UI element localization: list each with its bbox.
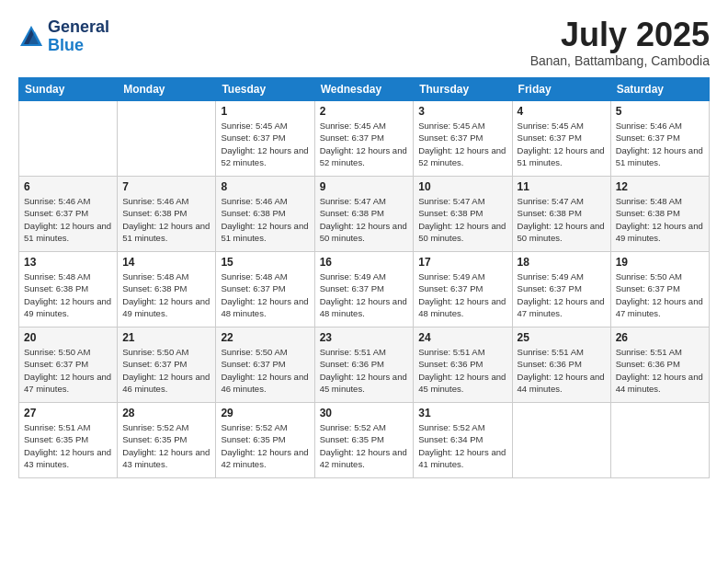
weekday-header-saturday: Saturday <box>610 78 709 101</box>
sunrise-text: Sunrise: 5:50 AM <box>122 346 210 358</box>
daylight-text: Daylight: 12 hours and 44 minutes. <box>616 371 704 396</box>
calendar-cell: 30Sunrise: 5:52 AMSunset: 6:35 PMDayligh… <box>314 403 414 478</box>
sunset-text: Sunset: 6:36 PM <box>418 358 506 370</box>
sunrise-text: Sunrise: 5:50 AM <box>221 346 309 358</box>
sunset-text: Sunset: 6:38 PM <box>320 207 409 219</box>
day-number: 16 <box>320 256 409 269</box>
day-info: Sunrise: 5:51 AMSunset: 6:36 PMDaylight:… <box>320 346 409 395</box>
day-number: 14 <box>122 256 210 269</box>
day-info: Sunrise: 5:47 AMSunset: 6:38 PMDaylight:… <box>518 195 606 244</box>
sunset-text: Sunset: 6:37 PM <box>418 132 506 144</box>
day-info: Sunrise: 5:47 AMSunset: 6:38 PMDaylight:… <box>320 195 409 244</box>
calendar-cell: 2Sunrise: 5:45 AMSunset: 6:37 PMDaylight… <box>314 101 414 177</box>
calendar-cell: 6Sunrise: 5:46 AMSunset: 6:37 PMDaylight… <box>19 177 118 252</box>
calendar-cell: 25Sunrise: 5:51 AMSunset: 6:36 PMDayligh… <box>512 327 610 403</box>
day-info: Sunrise: 5:48 AMSunset: 6:38 PMDaylight:… <box>122 270 210 319</box>
sunset-text: Sunset: 6:37 PM <box>24 358 112 370</box>
calendar-cell: 12Sunrise: 5:48 AMSunset: 6:38 PMDayligh… <box>610 177 709 252</box>
sunrise-text: Sunrise: 5:52 AM <box>320 421 409 433</box>
sunset-text: Sunset: 6:37 PM <box>221 132 309 144</box>
daylight-text: Daylight: 12 hours and 51 minutes. <box>24 220 112 245</box>
calendar-cell <box>512 403 610 478</box>
day-info: Sunrise: 5:49 AMSunset: 6:37 PMDaylight:… <box>320 270 409 319</box>
calendar-cell: 31Sunrise: 5:52 AMSunset: 6:34 PMDayligh… <box>414 403 512 478</box>
month-title: July 2025 <box>530 18 710 52</box>
sunset-text: Sunset: 6:37 PM <box>320 132 409 144</box>
sunrise-text: Sunrise: 5:47 AM <box>320 195 409 207</box>
day-info: Sunrise: 5:52 AMSunset: 6:35 PMDaylight:… <box>320 421 409 470</box>
day-number: 28 <box>122 407 210 419</box>
daylight-text: Daylight: 12 hours and 42 minutes. <box>221 446 309 471</box>
day-info: Sunrise: 5:51 AMSunset: 6:36 PMDaylight:… <box>418 346 506 395</box>
calendar-cell: 21Sunrise: 5:50 AMSunset: 6:37 PMDayligh… <box>118 327 216 403</box>
day-info: Sunrise: 5:52 AMSunset: 6:35 PMDaylight:… <box>221 421 309 470</box>
sunset-text: Sunset: 6:38 PM <box>518 207 606 219</box>
calendar-week-4: 20Sunrise: 5:50 AMSunset: 6:37 PMDayligh… <box>19 327 710 403</box>
calendar-cell <box>19 101 118 177</box>
sunrise-text: Sunrise: 5:51 AM <box>418 346 506 358</box>
calendar-cell: 20Sunrise: 5:50 AMSunset: 6:37 PMDayligh… <box>19 327 118 403</box>
day-info: Sunrise: 5:50 AMSunset: 6:37 PMDaylight:… <box>616 270 704 319</box>
daylight-text: Daylight: 12 hours and 44 minutes. <box>518 371 606 396</box>
day-number: 12 <box>616 180 704 193</box>
logo-line2: Blue <box>48 36 84 54</box>
day-info: Sunrise: 5:46 AMSunset: 6:37 PMDaylight:… <box>616 120 704 168</box>
day-info: Sunrise: 5:50 AMSunset: 6:37 PMDaylight:… <box>24 346 112 395</box>
day-info: Sunrise: 5:51 AMSunset: 6:35 PMDaylight:… <box>24 421 112 470</box>
day-info: Sunrise: 5:52 AMSunset: 6:35 PMDaylight:… <box>122 421 210 470</box>
sunrise-text: Sunrise: 5:51 AM <box>24 421 112 433</box>
day-number: 8 <box>221 180 309 193</box>
day-info: Sunrise: 5:46 AMSunset: 6:38 PMDaylight:… <box>221 195 309 244</box>
day-number: 17 <box>418 256 506 269</box>
day-info: Sunrise: 5:45 AMSunset: 6:37 PMDaylight:… <box>418 120 506 168</box>
sunrise-text: Sunrise: 5:46 AM <box>616 120 704 132</box>
sunrise-text: Sunrise: 5:48 AM <box>24 270 112 282</box>
day-number: 4 <box>518 105 606 118</box>
sunrise-text: Sunrise: 5:48 AM <box>221 270 309 282</box>
calendar-cell: 18Sunrise: 5:49 AMSunset: 6:37 PMDayligh… <box>512 252 610 327</box>
sunset-text: Sunset: 6:35 PM <box>320 433 409 445</box>
sunset-text: Sunset: 6:37 PM <box>221 282 309 294</box>
sunrise-text: Sunrise: 5:45 AM <box>221 120 309 132</box>
day-number: 26 <box>616 331 704 344</box>
day-number: 29 <box>221 407 309 419</box>
daylight-text: Daylight: 12 hours and 45 minutes. <box>418 371 506 396</box>
sunrise-text: Sunrise: 5:47 AM <box>518 195 606 207</box>
weekday-header-thursday: Thursday <box>414 78 512 101</box>
sunset-text: Sunset: 6:37 PM <box>518 282 606 294</box>
daylight-text: Daylight: 12 hours and 49 minutes. <box>24 295 112 320</box>
sunrise-text: Sunrise: 5:47 AM <box>418 195 506 207</box>
sunset-text: Sunset: 6:38 PM <box>24 282 112 294</box>
sunrise-text: Sunrise: 5:48 AM <box>616 195 704 207</box>
weekday-header-friday: Friday <box>512 78 610 101</box>
calendar-cell: 7Sunrise: 5:46 AMSunset: 6:38 PMDaylight… <box>118 177 216 252</box>
day-number: 22 <box>221 331 309 344</box>
day-number: 5 <box>616 105 704 118</box>
sunset-text: Sunset: 6:36 PM <box>518 358 606 370</box>
calendar-cell: 1Sunrise: 5:45 AMSunset: 6:37 PMDaylight… <box>216 101 314 177</box>
sunrise-text: Sunrise: 5:49 AM <box>518 270 606 282</box>
day-number: 30 <box>320 407 409 419</box>
weekday-header-wednesday: Wednesday <box>314 78 414 101</box>
calendar-cell: 10Sunrise: 5:47 AMSunset: 6:38 PMDayligh… <box>414 177 512 252</box>
daylight-text: Daylight: 12 hours and 51 minutes. <box>518 144 606 169</box>
daylight-text: Daylight: 12 hours and 49 minutes. <box>616 220 704 245</box>
daylight-text: Daylight: 12 hours and 47 minutes. <box>616 295 704 320</box>
day-info: Sunrise: 5:50 AMSunset: 6:37 PMDaylight:… <box>221 346 309 395</box>
calendar-table: SundayMondayTuesdayWednesdayThursdayFrid… <box>18 77 710 478</box>
day-info: Sunrise: 5:45 AMSunset: 6:37 PMDaylight:… <box>221 120 309 168</box>
sunset-text: Sunset: 6:38 PM <box>221 207 309 219</box>
sunrise-text: Sunrise: 5:46 AM <box>122 195 210 207</box>
day-info: Sunrise: 5:49 AMSunset: 6:37 PMDaylight:… <box>418 270 506 319</box>
day-info: Sunrise: 5:46 AMSunset: 6:37 PMDaylight:… <box>24 195 112 244</box>
calendar-cell: 22Sunrise: 5:50 AMSunset: 6:37 PMDayligh… <box>216 327 314 403</box>
calendar-cell: 19Sunrise: 5:50 AMSunset: 6:37 PMDayligh… <box>610 252 709 327</box>
sunrise-text: Sunrise: 5:51 AM <box>616 346 704 358</box>
daylight-text: Daylight: 12 hours and 42 minutes. <box>320 446 409 471</box>
weekday-header-sunday: Sunday <box>19 78 118 101</box>
calendar-week-1: 1Sunrise: 5:45 AMSunset: 6:37 PMDaylight… <box>19 101 710 177</box>
sunrise-text: Sunrise: 5:45 AM <box>518 120 606 132</box>
daylight-text: Daylight: 12 hours and 48 minutes. <box>320 295 409 320</box>
day-number: 2 <box>320 105 409 118</box>
day-number: 19 <box>616 256 704 269</box>
